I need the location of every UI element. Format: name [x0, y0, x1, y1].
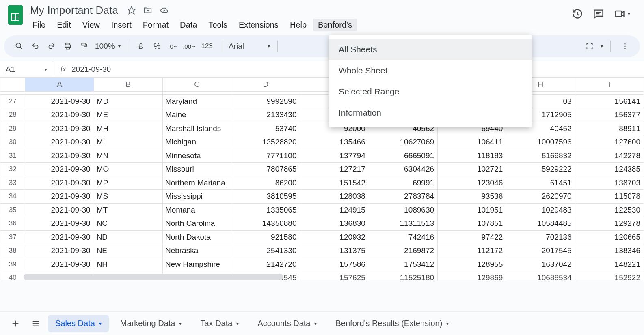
cell[interactable]: 14350880 [231, 217, 300, 231]
print-icon[interactable] [61, 39, 75, 53]
menu-format[interactable]: Format [138, 19, 173, 31]
cell[interactable]: 7807865 [231, 163, 300, 176]
cell[interactable]: Maryland [162, 94, 231, 108]
cell[interactable]: 135466 [300, 135, 369, 149]
cloud-status-icon[interactable] [159, 5, 169, 15]
cell[interactable]: 112172 [438, 244, 506, 258]
sheet-tab-sales-data[interactable]: Sales Data▾ [48, 315, 109, 332]
cell[interactable]: 101951 [438, 203, 506, 217]
cell[interactable]: 69991 [369, 176, 437, 190]
cell[interactable]: 921580 [231, 230, 300, 244]
cell[interactable]: MN [94, 149, 162, 163]
menu-data[interactable]: Data [175, 19, 202, 31]
menu-item-all-sheets[interactable]: All Sheets [329, 39, 532, 60]
cell[interactable]: 11525180 [369, 271, 437, 281]
cell[interactable]: 127600 [575, 135, 644, 149]
column-header-A[interactable]: A [25, 78, 94, 92]
all-sheets-button[interactable] [28, 316, 44, 332]
cell[interactable]: 102721 [438, 163, 506, 176]
row-header[interactable]: 35 [0, 203, 25, 217]
row-header[interactable]: 33 [0, 176, 25, 190]
cell[interactable]: 2169872 [369, 244, 437, 258]
cell[interactable]: 157625 [300, 271, 369, 281]
cell[interactable]: 6169832 [506, 149, 575, 163]
menu-file[interactable]: File [28, 19, 50, 31]
percent-button[interactable]: % [150, 39, 164, 53]
cell[interactable]: 6304426 [369, 163, 437, 176]
cell[interactable]: 118183 [438, 149, 506, 163]
expand-icon[interactable] [583, 39, 596, 53]
cell[interactable]: 10007596 [506, 135, 575, 149]
cell[interactable]: 88911 [575, 122, 644, 135]
search-icon[interactable] [12, 39, 26, 53]
cell[interactable]: 13528820 [231, 135, 300, 149]
menu-item-selected-range[interactable]: Selected Range [329, 81, 532, 102]
sheet-tab-accounts-data[interactable]: Accounts Data▾ [250, 315, 324, 332]
cell[interactable]: 2142720 [231, 258, 300, 271]
cell[interactable]: 106411 [438, 135, 506, 149]
cell[interactable]: 129869 [438, 271, 506, 281]
meet-icon[interactable]: ▾ [614, 8, 630, 19]
cell[interactable]: 7771100 [231, 149, 300, 163]
row-header[interactable]: 37 [0, 230, 25, 244]
cell[interactable]: NH [94, 258, 162, 271]
cell[interactable]: MI [94, 135, 162, 149]
cell[interactable]: 2017545 [506, 244, 575, 258]
cell[interactable]: 128038 [300, 190, 369, 204]
cell[interactable]: 9992590 [231, 94, 300, 108]
menu-item-information[interactable]: Information [329, 102, 532, 123]
cell[interactable]: 2021-09-30 [25, 163, 94, 176]
undo-icon[interactable] [28, 39, 42, 53]
row-header[interactable]: 39 [0, 258, 25, 271]
row-header[interactable]: 32 [0, 163, 25, 176]
cell[interactable]: 156141 [575, 94, 644, 108]
chevron-down-icon[interactable]: ▾ [236, 321, 239, 326]
cell[interactable]: 137794 [300, 149, 369, 163]
font-select[interactable]: Arial▾ [227, 42, 272, 51]
cell[interactable]: 120932 [300, 230, 369, 244]
cell[interactable]: NE [94, 244, 162, 258]
spreadsheet-grid[interactable]: ABCDEFGHI 272021-09-30MDMaryland99925901… [0, 77, 644, 280]
menu-edit[interactable]: Edit [52, 19, 76, 31]
cell[interactable]: 2021-09-30 [25, 230, 94, 244]
cell[interactable]: 152922 [575, 271, 644, 281]
column-header-B[interactable]: B [94, 78, 162, 92]
row-header[interactable]: 29 [0, 122, 25, 135]
menu-benford-s[interactable]: Benford's [313, 19, 357, 31]
cell[interactable]: New Hampshire [162, 258, 231, 271]
move-folder-icon[interactable] [143, 5, 153, 15]
cell[interactable]: 2021-09-30 [25, 122, 94, 135]
row-header[interactable]: 36 [0, 217, 25, 231]
cell[interactable]: 2541330 [231, 244, 300, 258]
cell[interactable]: 136830 [300, 217, 369, 231]
cell[interactable]: 123046 [438, 176, 506, 190]
menu-tools[interactable]: Tools [203, 19, 232, 31]
cell[interactable]: Marshall Islands [162, 122, 231, 135]
column-header-I[interactable]: I [575, 78, 644, 92]
menu-help[interactable]: Help [285, 19, 311, 31]
cell[interactable]: NC [94, 217, 162, 231]
chevron-down-icon[interactable]: ▾ [601, 43, 603, 49]
cell[interactable]: MO [94, 163, 162, 176]
cell[interactable]: Maine [162, 108, 231, 122]
chevron-down-icon[interactable]: ▾ [99, 321, 102, 326]
cell[interactable]: MS [94, 190, 162, 204]
cell[interactable]: 742416 [369, 230, 437, 244]
row-header[interactable]: 34 [0, 190, 25, 204]
cell[interactable]: MP [94, 176, 162, 190]
cell[interactable]: 107851 [438, 217, 506, 231]
cell[interactable]: 127217 [300, 163, 369, 176]
cell[interactable]: 2021-09-30 [25, 190, 94, 204]
cell[interactable]: 156377 [575, 108, 644, 122]
cell[interactable]: 3810595 [231, 190, 300, 204]
cell[interactable]: 10584485 [506, 217, 575, 231]
comments-icon[interactable] [593, 8, 604, 19]
menu-item-whole-sheet[interactable]: Whole Sheet [329, 60, 532, 81]
menu-view[interactable]: View [78, 19, 105, 31]
cell[interactable]: North Dakota [162, 230, 231, 244]
cell[interactable]: 1089630 [369, 203, 437, 217]
doc-title[interactable]: My Important Data [28, 3, 121, 17]
cell[interactable]: 10627069 [369, 135, 437, 149]
row-header[interactable]: 27 [0, 94, 25, 108]
row-header[interactable] [0, 91, 25, 94]
